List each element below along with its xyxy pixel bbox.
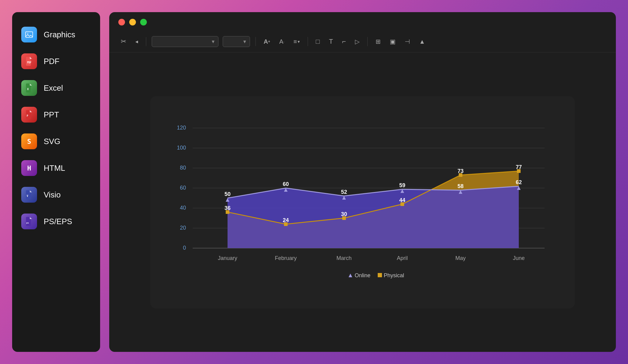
svg-rect-63 xyxy=(378,273,382,277)
svg-text:60: 60 xyxy=(180,185,186,191)
svg-text:80: 80 xyxy=(180,165,186,171)
svg-rect-60 xyxy=(517,169,521,173)
sidebar-item-pdf[interactable]: PDFPDF xyxy=(12,48,100,75)
svg-rect-58 xyxy=(400,202,404,206)
x-axis-labels: January February March April May June xyxy=(218,255,525,261)
visio-icon: V xyxy=(21,187,37,203)
sidebar-item-visio[interactable]: VVisio xyxy=(12,181,100,208)
svg-text:60: 60 xyxy=(283,181,289,187)
svg-text:X: X xyxy=(27,88,29,91)
font-size-select[interactable]: ▾ xyxy=(223,36,250,47)
chart-container: 120 100 80 60 40 xyxy=(109,52,616,352)
align-button[interactable]: ≡▾ xyxy=(291,36,302,47)
chart-legend: Online Physical xyxy=(349,272,404,278)
chart-box: 120 100 80 60 40 xyxy=(150,96,575,308)
frame-button[interactable]: ▣ xyxy=(387,36,398,47)
toolbar-divider-2 xyxy=(255,37,256,46)
html-icon: H xyxy=(21,160,37,176)
toolbar-divider-4 xyxy=(367,37,368,46)
svg-text:February: February xyxy=(275,255,297,261)
svg-text:120: 120 xyxy=(177,125,186,131)
pointer-button[interactable]: ▷ xyxy=(353,36,362,47)
triangle-button[interactable]: ▲ xyxy=(417,36,427,47)
online-area xyxy=(228,186,519,248)
traffic-light-maximize[interactable] xyxy=(140,19,147,25)
cut-button[interactable]: ✂ xyxy=(118,36,129,47)
back-button[interactable]: ◂ xyxy=(133,36,140,47)
ppt-label: PPT xyxy=(44,110,59,120)
title-bar xyxy=(109,12,616,32)
svg-text:40: 40 xyxy=(180,205,186,211)
pdf-icon: PDF xyxy=(21,53,37,69)
svg-text:January: January xyxy=(218,255,237,261)
connector-button[interactable]: ⌐ xyxy=(340,36,349,47)
sidebar: GraphicsPDFPDFXExcelPPPTSSVGHHTMLVVisiop… xyxy=(12,12,100,352)
sidebar-item-html[interactable]: HHTML xyxy=(12,155,100,181)
font-name-select[interactable]: ▾ xyxy=(152,36,218,47)
layers-button[interactable]: ⊞ xyxy=(373,36,383,47)
svg-text:June: June xyxy=(513,255,525,261)
svg-marker-61 xyxy=(349,274,352,277)
toolbar: ✂ ◂ ▾ ▾ A+ A- ≡▾ □ T ⌐ ▷ ⊞ ▣ ⊣ ▲ xyxy=(109,32,616,52)
svg-rect-56 xyxy=(284,222,288,226)
sidebar-item-graphics[interactable]: Graphics xyxy=(12,21,100,48)
chart-svg: 120 100 80 60 40 xyxy=(168,111,557,296)
svg-text:ps: ps xyxy=(26,222,29,224)
sidebar-item-excel[interactable]: XExcel xyxy=(12,75,100,101)
svg-text:April: April xyxy=(397,255,408,261)
svg-text:50: 50 xyxy=(225,191,231,197)
svg-text:59: 59 xyxy=(399,182,405,188)
sidebar-item-pseps[interactable]: psPS/EPS xyxy=(12,208,100,235)
svg-text:20: 20 xyxy=(180,225,186,231)
svg-text:62: 62 xyxy=(516,179,522,185)
font-size-decrease-button[interactable]: A- xyxy=(277,36,287,47)
visio-label: Visio xyxy=(44,190,61,200)
svg-text:58: 58 xyxy=(457,183,464,189)
align-left-button[interactable]: ⊣ xyxy=(402,36,412,47)
svg-text:100: 100 xyxy=(177,145,186,151)
svg-text:PDF: PDF xyxy=(27,61,32,64)
pdf-label: PDF xyxy=(44,57,59,66)
excel-icon: X xyxy=(21,80,37,96)
toolbar-divider-3 xyxy=(308,37,308,46)
svg-text:Online: Online xyxy=(355,272,370,278)
pseps-icon: ps xyxy=(21,214,37,229)
font-name-dropdown-icon: ▾ xyxy=(212,38,214,45)
svg-text:V: V xyxy=(27,195,28,197)
sidebar-item-svg[interactable]: SSVG xyxy=(12,128,100,155)
traffic-light-minimize[interactable] xyxy=(129,19,136,25)
svg-rect-55 xyxy=(226,210,229,214)
svg-text:Physical: Physical xyxy=(384,272,404,278)
sidebar-item-ppt[interactable]: PPPT xyxy=(12,101,100,128)
svg-rect-57 xyxy=(342,216,346,220)
svg-text:P: P xyxy=(27,115,28,117)
svg-text:May: May xyxy=(455,255,466,261)
excel-label: Excel xyxy=(44,83,63,93)
svg-label: SVG xyxy=(44,137,60,146)
main-content: ✂ ◂ ▾ ▾ A+ A- ≡▾ □ T ⌐ ▷ ⊞ ▣ ⊣ ▲ xyxy=(109,12,616,352)
traffic-light-close[interactable] xyxy=(118,19,125,25)
font-size-dropdown-icon: ▾ xyxy=(243,38,246,45)
rectangle-button[interactable]: □ xyxy=(313,36,322,47)
html-label: HTML xyxy=(44,163,65,173)
svg-rect-0 xyxy=(25,32,32,38)
toolbar-divider-1 xyxy=(146,37,146,46)
app-container: GraphicsPDFPDFXExcelPPPTSSVGHHTMLVVisiop… xyxy=(0,0,628,364)
font-size-increase-button[interactable]: A+ xyxy=(261,36,272,47)
pseps-label: PS/EPS xyxy=(44,217,72,226)
svg-point-1 xyxy=(27,33,29,34)
graphics-icon xyxy=(21,27,37,42)
graphics-label: Graphics xyxy=(44,30,75,39)
svg-icon: S xyxy=(21,133,37,149)
svg-text:52: 52 xyxy=(341,189,347,195)
svg-text:0: 0 xyxy=(183,245,186,251)
ppt-icon: P xyxy=(21,107,37,123)
svg-rect-59 xyxy=(459,173,462,177)
svg-text:March: March xyxy=(336,255,352,261)
text-button[interactable]: T xyxy=(326,36,335,47)
